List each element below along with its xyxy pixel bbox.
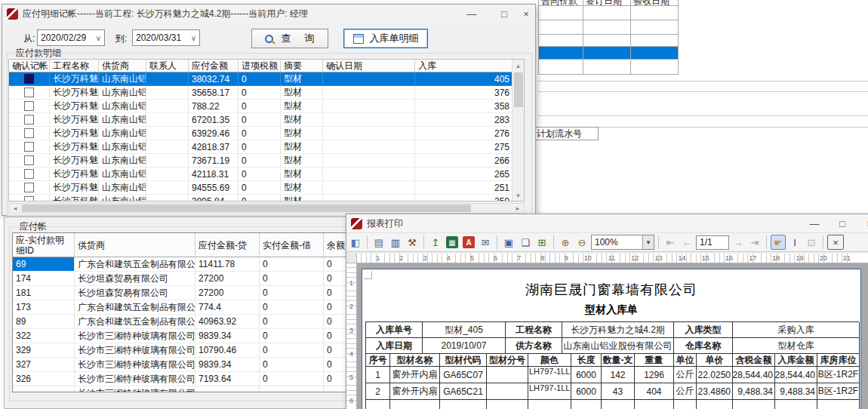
payable-detail-cell[interactable]: 长沙万科魅力... — [50, 181, 99, 195]
payable-detail-cell[interactable]: 42818.37 — [189, 140, 239, 154]
payable-cell[interactable]: 40963.92 — [195, 315, 260, 329]
background-grid-row[interactable] — [539, 60, 679, 75]
payable-row[interactable]: 174长沙坦森贸易有限公司2720000 — [13, 272, 396, 286]
payable-detail-cell[interactable]: 405 — [415, 72, 513, 86]
payable-detail-cell[interactable]: 长沙万科魅力... — [50, 168, 99, 181]
payable-detail-cell[interactable]: 山东南山铝业... — [99, 72, 146, 86]
payable-row[interactable]: 181长沙坦森贸易有限公司2720000 — [13, 286, 396, 300]
query-button[interactable]: 查 询 — [251, 29, 328, 48]
payable-cell[interactable]: 长沙市三湘特种玻璃有限公司 — [75, 386, 195, 392]
payable-detail-cell[interactable]: 山东南山铝业... — [99, 113, 146, 127]
minimize-button[interactable]: — — [459, 5, 485, 23]
payable-cell[interactable]: 181 — [13, 286, 75, 300]
payable-cell[interactable]: 69 — [13, 257, 75, 272]
payable-detail-cell[interactable]: 长沙万科魅力... — [50, 113, 99, 127]
scrollbar-thumb[interactable] — [22, 204, 471, 212]
payable-detail-cell[interactable] — [323, 113, 415, 127]
payable-detail-cell[interactable] — [146, 154, 189, 168]
payable-cell[interactable]: 广东合和建筑五金制品有限公司 — [75, 315, 195, 329]
column-header[interactable]: 联系人 — [146, 60, 189, 72]
confirm-cell[interactable] — [9, 86, 50, 100]
column-header[interactable]: 供货商 — [99, 60, 146, 72]
payable-cell[interactable]: 326 — [13, 372, 75, 386]
excel-export-icon[interactable]: ▦ — [446, 236, 458, 248]
chevron-down-icon[interactable]: ∨ — [91, 34, 101, 42]
payable-detail-cell[interactable]: 长沙万科魅力... — [50, 86, 99, 100]
payable-cell[interactable]: 长沙市三湘特种玻璃有限公司 — [75, 372, 195, 386]
confirm-checkbox[interactable] — [24, 183, 34, 192]
payable-detail-cell[interactable] — [323, 195, 415, 201]
payable-cell[interactable]: 0 — [260, 329, 324, 343]
payable-detail-cell[interactable]: 长沙万科魅力... — [50, 100, 99, 113]
payable-cell[interactable]: 322 — [13, 329, 75, 343]
payable-detail-cell[interactable] — [146, 181, 189, 195]
payable-cell[interactable]: 长沙坦森贸易有限公司 — [75, 272, 195, 286]
payable-detail-cell[interactable]: 275 — [415, 140, 513, 154]
payable-detail-cell[interactable]: 山东南山铝业... — [99, 100, 146, 113]
payable-detail-cell[interactable] — [146, 72, 189, 86]
maximize-button[interactable]: □ — [830, 214, 855, 232]
scrollbar-thumb[interactable] — [514, 72, 523, 107]
payable-detail-cell[interactable]: 788.22 — [189, 100, 239, 113]
payable-detail-cell[interactable]: 0 — [239, 195, 281, 201]
payable-detail-cell[interactable]: 型材 — [281, 140, 323, 154]
payable-detail-cell[interactable]: 长沙万科魅力... — [50, 195, 99, 201]
payable-detail-cell[interactable] — [323, 86, 415, 100]
payable-detail-cell[interactable]: 型材 — [281, 127, 323, 140]
payable-detail-cell[interactable]: 67201.35 — [189, 113, 239, 127]
payable-detail-cell[interactable]: 0 — [239, 72, 281, 86]
payable-detail-cell[interactable] — [323, 168, 415, 181]
payable-detail-cell[interactable]: 长沙万科魅力... — [50, 154, 99, 168]
payable-cell[interactable]: 0 — [260, 343, 324, 358]
payable-detail-cell[interactable] — [146, 113, 189, 127]
payable-detail-cell[interactable] — [323, 127, 415, 140]
confirm-checkbox[interactable] — [24, 142, 34, 152]
next-page-icon[interactable]: → — [731, 235, 746, 250]
payable-detail-cell[interactable] — [146, 127, 189, 140]
payable-cell[interactable] — [260, 386, 324, 392]
payable-detail-cell[interactable]: 38032.74 — [189, 72, 239, 86]
payable-detail-row[interactable]: 长沙万科魅力...山东南山铝业...63929.460型材276 — [9, 127, 524, 140]
payable-cell[interactable]: 10790.46 — [195, 343, 260, 358]
close-button[interactable]: × — [857, 214, 868, 232]
preview-toggle-icon[interactable]: ◧ — [348, 235, 363, 250]
payable-cell[interactable]: 长沙市三湘特种玻璃有限公司 — [75, 358, 195, 372]
confirm-checkbox[interactable] — [24, 169, 34, 179]
inbound-detail-button[interactable]: 入库单明细 — [343, 29, 428, 48]
payable-detail-cell[interactable]: 250 — [415, 195, 513, 201]
confirm-checkbox[interactable] — [24, 101, 34, 111]
payable-cell[interactable]: 0 — [260, 286, 324, 300]
payable-cell[interactable]: 0 — [260, 257, 324, 272]
payable-detail-cell[interactable]: 型材 — [281, 154, 323, 168]
to-date-combo[interactable]: 2020/03/31 ∨ — [132, 29, 200, 46]
copy-icon[interactable]: ⊡ — [804, 235, 819, 250]
zoom-select[interactable]: 100%▼ — [591, 235, 654, 250]
confirm-cell[interactable] — [9, 100, 50, 113]
horizontal-scrollbar[interactable]: ◂ ▸ — [8, 203, 525, 214]
payable-detail-cell[interactable]: 94555.69 — [189, 181, 239, 195]
payable-detail-cell[interactable]: 型材 — [281, 113, 323, 127]
payable-cell[interactable]: 长沙市三湘特种玻璃有限公司 — [75, 329, 195, 343]
background-grid-row[interactable] — [539, 47, 679, 60]
payable-detail-row[interactable]: 长沙万科魅力...山东南山铝业...35658.170型材376 — [9, 86, 524, 100]
page-number-input[interactable]: 1/1 — [696, 235, 729, 250]
payable-detail-cell[interactable]: 266 — [415, 154, 513, 168]
payable-row[interactable]: 327长沙市三湘特种玻璃有限公司9839.3400 — [13, 358, 396, 372]
payable-detail-cell[interactable]: 283 — [415, 113, 513, 127]
payable-detail-cell[interactable]: 型材 — [281, 195, 323, 201]
tools-icon[interactable]: ⚒ — [405, 235, 420, 250]
confirm-cell[interactable] — [9, 113, 50, 127]
payable-detail-cell[interactable]: 73671.19 — [189, 154, 239, 168]
payable-detail-row[interactable]: 长沙万科魅力...山东南山铝业...67201.350型材283 — [9, 113, 524, 127]
chevron-down-icon[interactable]: ▼ — [642, 235, 654, 249]
payable-detail-cell[interactable] — [146, 100, 189, 113]
confirm-cell[interactable] — [9, 140, 50, 154]
payable-detail-cell[interactable]: 0 — [239, 100, 281, 113]
payable-cell[interactable]: 0 — [260, 300, 324, 315]
payable-detail-cell[interactable]: 型材 — [281, 168, 323, 181]
prev-page-icon[interactable]: ← — [679, 235, 694, 250]
payable-cell[interactable]: 长沙市三湘特种玻璃有限公司 — [75, 343, 195, 358]
payable-cell[interactable]: 89 — [13, 315, 75, 329]
payable-detail-cell[interactable]: 0 — [239, 181, 281, 195]
background-grid-row[interactable] — [539, 20, 679, 35]
